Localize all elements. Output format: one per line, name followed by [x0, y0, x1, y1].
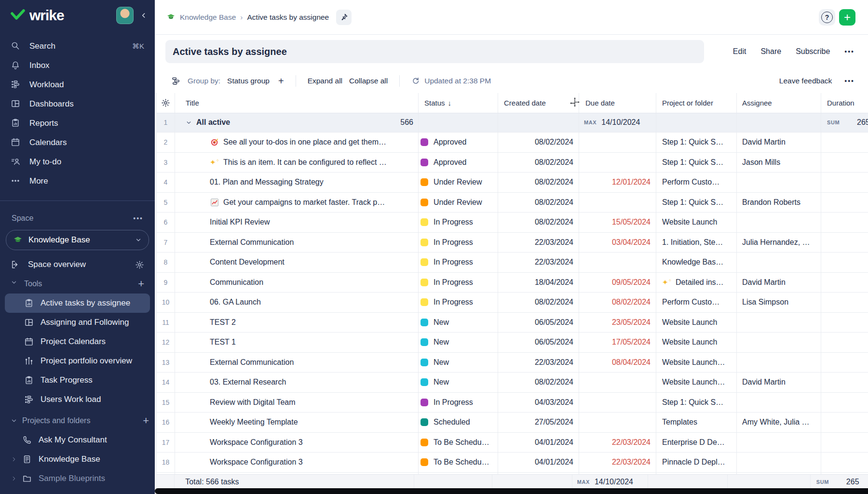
column-header-duration[interactable]: Duration — [821, 93, 868, 113]
task-title-cell[interactable]: 01. Plan and Messaging Strategy — [175, 173, 419, 192]
task-created-cell[interactable]: 22/03/2024 — [498, 253, 579, 272]
task-assignee-cell[interactable]: Amy White, Julia … — [737, 413, 821, 432]
group-title-cell[interactable]: All active 566 — [175, 113, 419, 132]
table-row[interactable]: 16Weekly Meeting TemplateScheduled27/05/… — [157, 413, 868, 433]
task-title-cell[interactable]: External Communication — [175, 233, 419, 253]
task-due-cell[interactable]: 15/05/2024 — [579, 213, 656, 232]
task-due-cell[interactable]: 22/03/2024 — [579, 453, 656, 472]
sidebar-item-search[interactable]: Search⌘K — [0, 37, 155, 56]
add-tool-icon[interactable]: + — [138, 278, 144, 290]
add-project-icon[interactable]: + — [143, 414, 149, 427]
user-avatar[interactable] — [116, 7, 134, 24]
task-created-cell[interactable]: 06/05/2024 — [498, 333, 579, 352]
task-project-cell[interactable]: Enterprise D De… — [656, 433, 737, 453]
task-due-cell[interactable]: 09/05/2024 — [579, 273, 656, 293]
task-project-cell[interactable]: Step 1: Quick S… — [656, 133, 737, 152]
task-title-cell[interactable]: Initial KPI Review — [175, 213, 419, 232]
task-title-cell[interactable]: See all your to-dos in one place and get… — [175, 133, 419, 152]
task-project-cell[interactable]: Step 1: Quick S… — [656, 193, 737, 213]
task-created-cell[interactable]: 08/02/2024 — [498, 193, 579, 213]
task-title-cell[interactable]: Weekly Meeting Template — [175, 413, 419, 432]
task-due-cell[interactable] — [579, 153, 656, 173]
tool-item-project-calendars[interactable]: Project Calendars — [0, 332, 155, 351]
task-status-cell[interactable]: In Progress — [419, 233, 498, 253]
table-row[interactable]: 9CommunicationIn Progress18/04/202409/05… — [157, 273, 868, 293]
task-project-cell[interactable]: Perform Custo… — [656, 173, 737, 192]
task-due-cell[interactable]: 17/05/2024 — [579, 333, 656, 352]
task-due-cell[interactable] — [579, 393, 656, 413]
task-duration-cell[interactable] — [821, 353, 868, 373]
task-duration-cell[interactable] — [821, 293, 868, 312]
task-status-cell[interactable]: Under Review — [419, 173, 498, 192]
collapse-all-button[interactable]: Collapse all — [349, 77, 388, 85]
task-title-cell[interactable]: Get your campaigns to market faster. Tra… — [175, 193, 419, 213]
task-project-cell[interactable]: Website Launch… — [656, 373, 737, 392]
task-due-cell[interactable]: 12/01/2024 — [579, 173, 656, 192]
task-project-cell[interactable]: Step 1: Quick S… — [656, 153, 737, 173]
task-due-cell[interactable] — [579, 253, 656, 272]
task-assignee-cell[interactable] — [737, 313, 821, 333]
expand-all-button[interactable]: Expand all — [308, 77, 342, 85]
project-item-sample-blueprints[interactable]: Sample Blueprints — [0, 469, 155, 488]
task-title-cell[interactable]: Workspace Configuration 3 — [175, 433, 419, 453]
table-row[interactable]: 17Workspace Configuration 3To Be Schedu…… — [157, 433, 868, 453]
task-assignee-cell[interactable] — [737, 393, 821, 413]
task-project-cell[interactable]: 1. Initiation, Ste… — [656, 233, 737, 253]
task-assignee-cell[interactable] — [737, 173, 821, 192]
task-due-cell[interactable] — [579, 133, 656, 152]
task-assignee-cell[interactable]: Brandon Roberts — [737, 193, 821, 213]
task-assignee-cell[interactable] — [737, 213, 821, 232]
task-created-cell[interactable]: 04/01/2024 — [498, 453, 579, 472]
group-row-all-active[interactable]: 1 All active 566 MAX 14/10/2024 SU — [157, 113, 868, 133]
task-assignee-cell[interactable] — [737, 453, 821, 472]
task-created-cell[interactable]: 22/03/2024 — [498, 233, 579, 253]
task-assignee-cell[interactable]: Julia Hernandez, … — [737, 233, 821, 253]
task-project-cell[interactable]: Perform Custo… — [656, 293, 737, 312]
task-status-cell[interactable]: In Progress — [419, 273, 498, 293]
task-title-cell[interactable]: TEST 2 — [175, 313, 419, 333]
group-by-value[interactable]: Status group — [227, 77, 270, 85]
create-new-button[interactable]: + — [839, 9, 855, 26]
pin-icon[interactable] — [336, 10, 352, 25]
table-row[interactable]: 8Content DevelopmentIn Progress22/03/202… — [157, 253, 868, 273]
share-button[interactable]: Share — [760, 47, 781, 56]
task-created-cell[interactable]: 08/02/2024 — [498, 133, 579, 152]
column-header-project[interactable]: Project or folder — [656, 93, 737, 113]
task-due-cell[interactable]: 23/05/2024 — [579, 313, 656, 333]
tools-section-header[interactable]: Tools + — [0, 274, 155, 294]
space-more-icon[interactable]: ••• — [133, 214, 143, 222]
task-status-cell[interactable]: Approved — [419, 153, 498, 173]
edit-button[interactable]: Edit — [733, 47, 746, 56]
task-title-cell[interactable]: 06. GA Launch — [175, 293, 419, 312]
task-due-cell[interactable]: 22/03/2024 — [579, 433, 656, 453]
task-assignee-cell[interactable]: Jason Mills — [737, 153, 821, 173]
tool-item-users-work-load[interactable]: Users Work load — [0, 390, 155, 409]
table-row[interactable]: 2See all your to-dos in one place and ge… — [157, 133, 868, 153]
task-due-cell[interactable]: 08/02/2024 — [579, 293, 656, 312]
task-duration-cell[interactable] — [821, 253, 868, 272]
task-project-cell[interactable]: Website Launch… — [656, 353, 737, 373]
task-created-cell[interactable]: 22/03/2024 — [498, 353, 579, 373]
task-created-cell[interactable]: 06/05/2024 — [498, 313, 579, 333]
sidebar-item-calendars[interactable]: Calendars — [0, 133, 155, 152]
task-due-cell[interactable]: 03/04/2024 — [579, 233, 656, 253]
sidebar-item-inbox[interactable]: Inbox — [0, 56, 155, 75]
task-duration-cell[interactable] — [821, 133, 868, 152]
title-more-icon[interactable]: ••• — [844, 48, 854, 55]
toolbar-more-icon[interactable]: ••• — [844, 77, 854, 85]
task-status-cell[interactable]: In Progress — [419, 293, 498, 312]
sidebar-item-dashboards[interactable]: Dashboards — [0, 94, 155, 114]
task-created-cell[interactable]: 08/02/2024 — [498, 173, 579, 192]
task-duration-cell[interactable] — [821, 173, 868, 192]
task-duration-cell[interactable] — [821, 333, 868, 352]
space-settings-gear-icon[interactable] — [135, 260, 144, 269]
task-assignee-cell[interactable] — [737, 433, 821, 453]
sidebar-item-my-to-do[interactable]: My to-do — [0, 152, 155, 172]
task-due-cell[interactable]: 08/04/2024 — [579, 353, 656, 373]
breadcrumb-parent[interactable]: Knowledge Base — [180, 13, 236, 22]
task-duration-cell[interactable] — [821, 273, 868, 293]
task-status-cell[interactable]: In Progress — [419, 393, 498, 413]
task-project-cell[interactable]: ✦✧Detailed ins… — [656, 273, 737, 293]
add-group-icon[interactable]: + — [278, 76, 284, 87]
task-title-cell[interactable]: Communication — [175, 273, 419, 293]
